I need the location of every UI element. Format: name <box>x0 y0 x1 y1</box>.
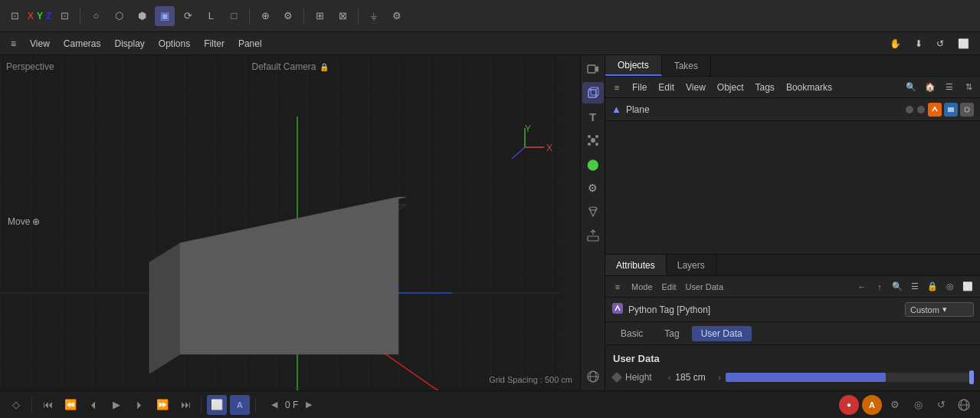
tab-layers[interactable]: Layers <box>667 255 716 275</box>
tags-menu[interactable]: Tags <box>751 81 779 94</box>
maximize-icon[interactable]: ⬜ <box>952 36 975 51</box>
attr-list-icon[interactable]: ☰ <box>907 279 923 295</box>
keyframe-a-icon[interactable]: A <box>230 395 250 415</box>
view-menu[interactable]: View <box>24 36 56 51</box>
python-tag[interactable] <box>928 103 942 117</box>
user-badge[interactable]: A <box>862 395 882 415</box>
play-icon[interactable]: ▶ <box>107 395 126 415</box>
subtab-userdata[interactable]: User Data <box>692 326 752 341</box>
height-field-row: Height ‹ 185 cm › <box>613 372 972 383</box>
user-data-title: User Data <box>613 353 972 364</box>
attr-toolbar: ≡ Mode Edit User Data ← ↑ 🔍 ☰ 🔒 ◎ ⬜ <box>605 276 980 298</box>
attr-expand-icon[interactable]: ⬜ <box>960 279 975 295</box>
settings-icon[interactable]: ⚙ <box>278 6 298 26</box>
attr-userdata-label[interactable]: User Data <box>683 279 727 295</box>
file-menu[interactable]: File <box>628 81 651 94</box>
grid-icon[interactable]: ⊞ <box>310 6 329 26</box>
next-key-icon[interactable]: ⏩ <box>152 395 172 415</box>
sphere-icon[interactable]: ○ <box>86 6 106 26</box>
selection-box-icon[interactable]: ⬜ <box>207 395 227 415</box>
transform-icon[interactable]: ⊠ <box>333 6 352 26</box>
viewport-upload-icon[interactable] <box>582 225 604 246</box>
cameras-menu[interactable]: Cameras <box>57 36 107 51</box>
bottom-sep-1 <box>31 397 32 413</box>
active-cube-icon[interactable]: ▣ <box>155 6 175 26</box>
viewport-green-icon[interactable]: ⬤ <box>582 153 604 175</box>
edit-menu[interactable]: Edit <box>654 81 679 94</box>
view-menu-obj[interactable]: View <box>681 81 710 94</box>
plane-object-row[interactable]: ▲ Plane <box>611 103 974 117</box>
viewport-gear-icon[interactable]: ⚙ <box>582 177 604 199</box>
frame-value[interactable]: 0 F <box>285 400 298 410</box>
viewport-camera-icon[interactable] <box>582 58 604 80</box>
bookmarks-menu[interactable]: Bookmarks <box>782 81 837 94</box>
attr-back-icon[interactable]: ← <box>854 279 870 295</box>
down-arrow-tool[interactable]: ⬇ <box>909 36 929 51</box>
rotate-tool[interactable]: ↺ <box>930 36 950 51</box>
frame-prev-icon[interactable]: ◀ <box>266 397 283 413</box>
blue-tag[interactable] <box>944 103 958 117</box>
objects-menu-icon[interactable]: ≡ <box>608 79 625 96</box>
search-icon[interactable]: 🔍 <box>903 79 919 96</box>
svg-rect-41 <box>962 105 972 114</box>
custom-dropdown[interactable]: Custom ▾ <box>905 302 974 317</box>
goto-start-icon[interactable]: ⏮ <box>38 395 57 415</box>
viewport[interactable]: Y X Perspective Default Camera 🔒 Move ⊕ … <box>0 55 580 390</box>
attr-mode-label[interactable]: Mode <box>628 279 656 295</box>
attr-menu-icon[interactable]: ≡ <box>610 279 625 295</box>
gray-tag[interactable] <box>960 103 974 117</box>
height-slider-handle[interactable] <box>969 370 974 384</box>
list-filter-icon[interactable]: ☰ <box>941 79 958 96</box>
square-icon[interactable]: □ <box>224 6 244 26</box>
magnet-icon[interactable]: ⏚ <box>364 6 384 26</box>
fps-badge: ● <box>839 395 859 415</box>
tab-attributes[interactable]: Attributes <box>605 255 667 275</box>
hand-tool[interactable]: ✋ <box>883 36 907 51</box>
bottom-rotate-icon[interactable]: ↺ <box>931 395 951 415</box>
separator-2 <box>249 8 250 25</box>
gear2-icon[interactable]: ⚙ <box>387 6 407 26</box>
subtab-tag[interactable]: Tag <box>655 326 688 341</box>
attr-up-icon[interactable]: ↑ <box>872 279 887 295</box>
display-menu[interactable]: Display <box>109 36 151 51</box>
hex-icon[interactable]: ⬡ <box>109 6 129 26</box>
goto-end-icon[interactable]: ⏭ <box>175 395 195 415</box>
hamburger-menu[interactable]: ≡ <box>5 36 22 51</box>
svg-point-34 <box>906 106 913 114</box>
bottom-globe-icon[interactable] <box>954 395 974 415</box>
tab-objects[interactable]: Objects <box>605 55 662 76</box>
rotate-icon[interactable]: ⟳ <box>178 6 198 26</box>
layout-l-icon[interactable]: L <box>201 6 221 26</box>
viewport-cube-icon[interactable] <box>582 82 604 104</box>
object-menu[interactable]: Object <box>713 81 749 94</box>
options-menu[interactable]: Options <box>152 36 196 51</box>
cube-outline-icon[interactable]: ⬢ <box>132 6 152 26</box>
filter-menu[interactable]: Filter <box>198 36 231 51</box>
coordinate-icon[interactable]: ⊡ <box>54 6 74 26</box>
objects-header-toolbar: ▲ Plane <box>605 98 980 121</box>
prev-key-icon[interactable]: ⏪ <box>61 395 80 415</box>
sort-icon[interactable]: ⇅ <box>960 79 977 96</box>
attr-edit-label[interactable]: Edit <box>659 279 680 295</box>
bottom-target-icon[interactable]: ◎ <box>908 395 928 415</box>
home-icon[interactable]: 🏠 <box>922 79 939 96</box>
attr-lock-icon[interactable]: 🔒 <box>925 279 940 295</box>
subtab-basic[interactable]: Basic <box>611 326 652 341</box>
snap-icon[interactable]: ⊕ <box>255 6 275 26</box>
panel-menu[interactable]: Panel <box>232 36 268 51</box>
attr-search-icon[interactable]: 🔍 <box>890 279 905 295</box>
viewport-text-icon[interactable]: T <box>582 106 604 127</box>
next-frame-icon[interactable]: ⏵ <box>129 395 149 415</box>
attr-target-icon[interactable]: ◎ <box>942 279 958 295</box>
height-slider[interactable] <box>726 373 972 382</box>
tab-takes[interactable]: Takes <box>662 55 711 76</box>
prev-frame-icon[interactable]: ⏴ <box>84 395 103 415</box>
viewport-globe-icon[interactable] <box>582 366 604 387</box>
viewport-icon[interactable]: ⊡ <box>5 6 25 26</box>
bottom-diamond-icon[interactable]: ◇ <box>6 395 26 415</box>
viewport-particles-icon[interactable] <box>582 130 604 151</box>
bottom-settings-icon[interactable]: ⚙ <box>885 395 905 415</box>
viewport-cone-icon[interactable] <box>582 201 604 222</box>
viewport-right-panel: T ⬤ ⚙ <box>580 55 605 390</box>
frame-next-icon[interactable]: ▶ <box>300 397 317 413</box>
